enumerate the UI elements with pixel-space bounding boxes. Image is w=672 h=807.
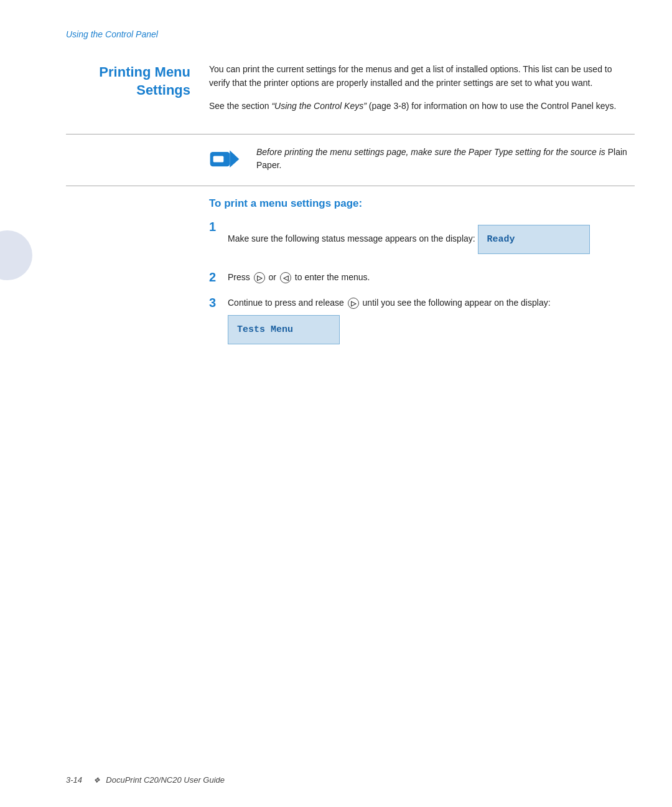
step-3-prefix: Continue to press and release: [228, 298, 347, 308]
step-1-number: 1: [209, 220, 228, 234]
subheading-container: To print a menu settings page:: [209, 197, 635, 210]
step-2: 2 Press ▷ or ◁ to enter the menus.: [209, 270, 635, 285]
step-2-mid: or: [266, 272, 279, 282]
forward-button-icon: ▷: [254, 272, 265, 283]
footer-page-num: 3-14: [66, 775, 82, 785]
step-3-suffix: until you see the following appear on th…: [360, 298, 551, 308]
breadcrumb-text: Using the Control Panel: [66, 29, 158, 39]
tests-menu-text: Tests Menu: [237, 324, 293, 335]
footer-text: 3-14 ❖ DocuPrint C20/NC20 User Guide: [66, 775, 225, 785]
tests-menu-display-box: Tests Menu: [228, 315, 340, 344]
title-line1: Printing Menu: [99, 64, 190, 80]
step-3-content: Continue to press and release ▷ until yo…: [228, 296, 635, 349]
arrow-icon: [209, 147, 240, 172]
step-1: 1 Make sure the following status message…: [209, 220, 635, 259]
divider-2: [66, 186, 635, 186]
note-box: Before printing the menu settings page, …: [209, 146, 635, 174]
step-2-prefix: Press: [228, 272, 253, 282]
title-line2: Settings: [136, 82, 190, 98]
note-text: Before printing the menu settings page, …: [256, 146, 635, 172]
forward-button-icon-2: ▷: [348, 298, 359, 309]
section-title: Printing Menu Settings: [66, 62, 209, 99]
steps-container: 1 Make sure the following status message…: [209, 220, 635, 349]
main-content: Printing Menu Settings You can print the…: [66, 62, 635, 361]
footer: 3-14 ❖ DocuPrint C20/NC20 User Guide: [66, 775, 635, 785]
footer-diamond: ❖: [93, 776, 100, 785]
note-italic: Before printing the menu settings page, …: [256, 147, 605, 157]
intro-para2-suffix: (page 3-8) for information on how to use…: [366, 101, 617, 111]
ready-text: Ready: [487, 234, 515, 245]
divider-1: [66, 134, 635, 134]
back-button-icon: ◁: [280, 272, 291, 283]
step-2-content: Press ▷ or ◁ to enter the menus.: [228, 270, 635, 284]
step-2-number: 2: [209, 270, 228, 285]
header-section: Printing Menu Settings You can print the…: [66, 62, 635, 121]
svg-rect-2: [213, 156, 224, 163]
intro-para1: You can print the current settings for t…: [209, 62, 635, 90]
intro-para2-prefix: See the section: [209, 101, 271, 111]
step-2-suffix: to enter the menus.: [292, 272, 370, 282]
decorative-circle: [0, 230, 32, 280]
step-1-content: Make sure the following status message a…: [228, 220, 635, 259]
footer-guide: DocuPrint C20/NC20 User Guide: [106, 775, 225, 785]
step-3-number: 3: [209, 296, 228, 310]
note-icon-container: [209, 147, 243, 174]
breadcrumb: Using the Control Panel: [66, 29, 158, 39]
intro-para2: See the section “Using the Control Keys”…: [209, 99, 635, 113]
page: Using the Control Panel Printing Menu Se…: [0, 0, 672, 807]
svg-marker-1: [230, 151, 239, 168]
step-3: 3 Continue to press and release ▷ until …: [209, 296, 635, 349]
step-1-text: Make sure the following status message a…: [228, 234, 475, 243]
ready-display-box: Ready: [478, 225, 590, 254]
subheading-text: To print a menu settings page:: [209, 197, 635, 210]
intro-text: You can print the current settings for t…: [209, 62, 635, 121]
intro-para2-link: “Using the Control Keys”: [271, 101, 366, 111]
